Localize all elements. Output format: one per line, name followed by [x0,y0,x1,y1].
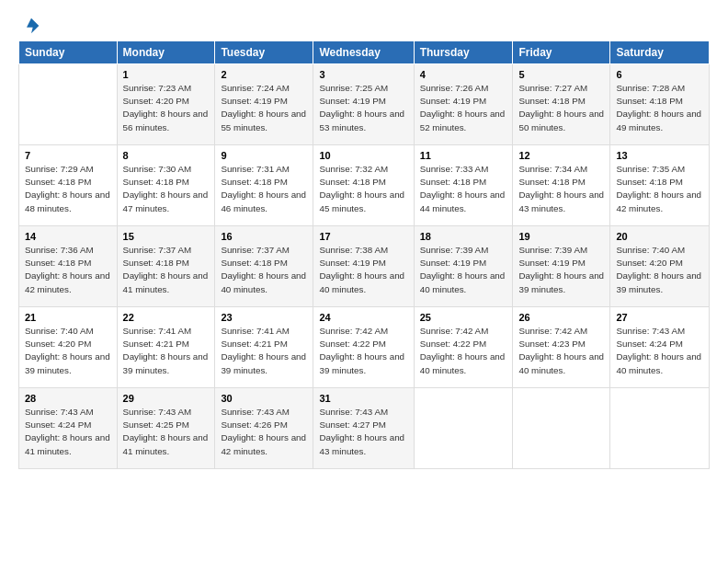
weekday-header: Monday [117,41,215,64]
sunrise-label: Sunrise: 7:42 AM [518,326,587,336]
sunset-label: Sunset: 4:18 PM [25,258,91,268]
daylight-label: Daylight: 8 hours and 50 minutes. [518,109,604,132]
daylight-label: Daylight: 8 hours and 40 minutes. [221,270,306,293]
daylight-label: Daylight: 8 hours and 55 minutes. [221,109,306,132]
day-number: 20 [616,231,703,242]
day-info: Sunrise: 7:35 AM Sunset: 4:18 PM Dayligh… [616,163,703,215]
calendar-cell: 29 Sunrise: 7:43 AM Sunset: 4:25 PM Dayl… [117,388,215,469]
day-info: Sunrise: 7:42 AM Sunset: 4:22 PM Dayligh… [420,325,507,377]
daylight-label: Daylight: 8 hours and 41 minutes. [25,432,110,455]
sunset-label: Sunset: 4:18 PM [221,177,287,187]
daylight-label: Daylight: 8 hours and 53 minutes. [319,109,404,132]
daylight-label: Daylight: 8 hours and 43 minutes. [518,190,604,213]
calendar-cell: 17 Sunrise: 7:38 AM Sunset: 4:19 PM Dayl… [313,226,414,307]
calendar-cell: 1 Sunrise: 7:23 AM Sunset: 4:20 PM Dayli… [117,64,215,145]
day-number: 28 [25,393,111,404]
sunset-label: Sunset: 4:20 PM [25,339,91,349]
day-number: 2 [221,69,307,80]
calendar-cell: 23 Sunrise: 7:41 AM Sunset: 4:21 PM Dayl… [215,307,313,388]
calendar-cell: 19 Sunrise: 7:39 AM Sunset: 4:19 PM Dayl… [513,226,610,307]
day-info: Sunrise: 7:41 AM Sunset: 4:21 PM Dayligh… [221,325,307,377]
calendar-cell: 10 Sunrise: 7:32 AM Sunset: 4:18 PM Dayl… [313,145,414,226]
day-number: 16 [221,231,307,242]
day-info: Sunrise: 7:42 AM Sunset: 4:22 PM Dayligh… [319,325,407,377]
day-number: 11 [420,150,507,161]
day-number: 18 [420,231,507,242]
sunrise-label: Sunrise: 7:41 AM [221,326,290,336]
daylight-label: Daylight: 8 hours and 42 minutes. [25,270,110,293]
daylight-label: Daylight: 8 hours and 39 minutes. [221,351,306,374]
calendar-cell: 20 Sunrise: 7:40 AM Sunset: 4:20 PM Dayl… [610,226,710,307]
daylight-label: Daylight: 8 hours and 40 minutes. [616,351,701,374]
day-info: Sunrise: 7:32 AM Sunset: 4:18 PM Dayligh… [319,163,407,215]
sunset-label: Sunset: 4:18 PM [518,177,585,187]
sunrise-label: Sunrise: 7:23 AM [123,83,192,93]
day-info: Sunrise: 7:37 AM Sunset: 4:18 PM Dayligh… [123,244,210,296]
day-number: 3 [319,69,407,80]
daylight-label: Daylight: 8 hours and 48 minutes. [25,190,110,213]
calendar-cell [414,388,513,469]
day-info: Sunrise: 7:31 AM Sunset: 4:18 PM Dayligh… [221,163,307,215]
day-info: Sunrise: 7:34 AM Sunset: 4:18 PM Dayligh… [518,163,604,215]
daylight-label: Daylight: 8 hours and 41 minutes. [123,432,209,455]
day-info: Sunrise: 7:29 AM Sunset: 4:18 PM Dayligh… [25,163,111,215]
sunrise-label: Sunrise: 7:37 AM [123,245,192,255]
daylight-label: Daylight: 8 hours and 42 minutes. [616,190,701,213]
day-number: 21 [25,312,111,323]
sunrise-label: Sunrise: 7:42 AM [420,326,489,336]
sunrise-label: Sunrise: 7:38 AM [319,245,388,255]
sunrise-label: Sunrise: 7:43 AM [319,407,388,417]
sunset-label: Sunset: 4:20 PM [123,96,189,106]
weekday-header: Wednesday [313,41,414,64]
day-info: Sunrise: 7:39 AM Sunset: 4:19 PM Dayligh… [420,244,507,296]
weekday-header: Thursday [414,41,513,64]
calendar-cell: 27 Sunrise: 7:43 AM Sunset: 4:24 PM Dayl… [610,307,710,388]
sunset-label: Sunset: 4:20 PM [616,258,682,268]
sunrise-label: Sunrise: 7:37 AM [221,245,290,255]
day-number: 6 [616,69,703,80]
sunrise-label: Sunrise: 7:33 AM [420,164,489,174]
calendar-header-row: SundayMondayTuesdayWednesdayThursdayFrid… [19,41,710,64]
day-number: 29 [123,393,210,404]
sunrise-label: Sunrise: 7:43 AM [616,326,685,336]
sunset-label: Sunset: 4:18 PM [616,96,682,106]
calendar-week-row: 1 Sunrise: 7:23 AM Sunset: 4:20 PM Dayli… [19,64,710,145]
sunset-label: Sunset: 4:27 PM [319,419,385,430]
calendar-cell: 14 Sunrise: 7:36 AM Sunset: 4:18 PM Dayl… [19,226,118,307]
logo-icon [22,17,40,35]
calendar-cell: 30 Sunrise: 7:43 AM Sunset: 4:26 PM Dayl… [215,388,313,469]
sunrise-label: Sunrise: 7:39 AM [518,245,587,255]
svg-marker-0 [27,18,39,34]
daylight-label: Daylight: 8 hours and 39 minutes. [518,270,604,293]
sunrise-label: Sunrise: 7:29 AM [25,164,94,174]
page: SundayMondayTuesdayWednesdayThursdayFrid… [0,0,728,563]
sunrise-label: Sunrise: 7:27 AM [518,83,587,93]
sunset-label: Sunset: 4:18 PM [221,258,287,268]
weekday-header: Friday [513,41,610,64]
day-number: 14 [25,231,111,242]
day-number: 4 [420,69,507,80]
calendar-cell: 4 Sunrise: 7:26 AM Sunset: 4:19 PM Dayli… [414,64,513,145]
sunset-label: Sunset: 4:25 PM [123,419,189,430]
sunrise-label: Sunrise: 7:30 AM [123,164,192,174]
sunrise-label: Sunrise: 7:40 AM [616,245,685,255]
day-number: 31 [319,393,407,404]
logo [18,17,40,31]
day-number: 13 [616,150,703,161]
sunrise-label: Sunrise: 7:35 AM [616,164,685,174]
sunset-label: Sunset: 4:19 PM [319,96,385,106]
calendar-cell: 8 Sunrise: 7:30 AM Sunset: 4:18 PM Dayli… [117,145,215,226]
sunset-label: Sunset: 4:26 PM [221,419,287,430]
daylight-label: Daylight: 8 hours and 47 minutes. [123,190,209,213]
day-info: Sunrise: 7:33 AM Sunset: 4:18 PM Dayligh… [420,163,507,215]
day-info: Sunrise: 7:25 AM Sunset: 4:19 PM Dayligh… [319,82,407,134]
sunset-label: Sunset: 4:19 PM [319,258,385,268]
weekday-header: Saturday [610,41,710,64]
calendar-cell: 2 Sunrise: 7:24 AM Sunset: 4:19 PM Dayli… [215,64,313,145]
daylight-label: Daylight: 8 hours and 45 minutes. [319,190,404,213]
calendar-cell: 13 Sunrise: 7:35 AM Sunset: 4:18 PM Dayl… [610,145,710,226]
daylight-label: Daylight: 8 hours and 43 minutes. [319,432,404,455]
daylight-label: Daylight: 8 hours and 41 minutes. [123,270,209,293]
day-number: 15 [123,231,210,242]
day-number: 26 [518,312,604,323]
